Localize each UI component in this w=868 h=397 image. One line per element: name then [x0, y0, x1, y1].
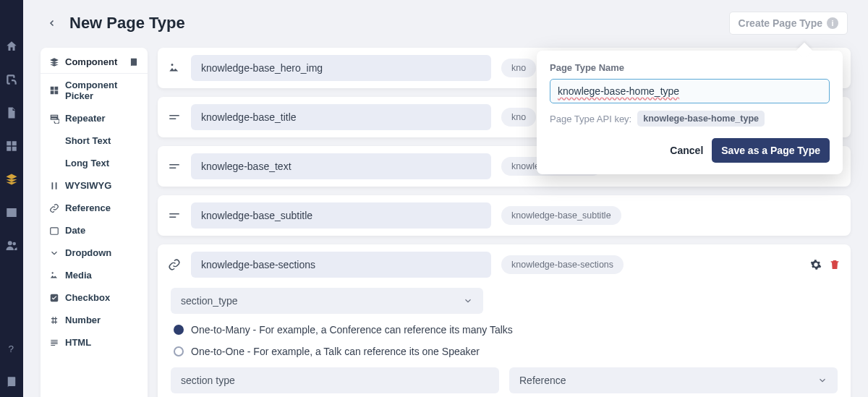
field-api-tag: kno: [501, 59, 536, 77]
section-type-dropdown[interactable]: Reference: [509, 367, 838, 393]
palette-item-short-text[interactable]: Short Text: [41, 129, 148, 152]
short-text-icon: [168, 160, 181, 173]
vertical-nav-rail: ?: [0, 0, 23, 397]
blog-icon[interactable]: [5, 73, 18, 86]
page-title: New Page Type: [69, 14, 185, 33]
palette-item-dropdown[interactable]: Dropdown: [41, 242, 148, 264]
chevron-down-icon: [817, 375, 827, 385]
popover-label: Page Type Name: [550, 62, 830, 73]
image-icon[interactable]: [5, 206, 18, 219]
gear-icon[interactable]: [810, 259, 822, 270]
field-api-tag: knowledge-base_subtitle: [501, 206, 621, 225]
radio-dot: [174, 346, 184, 357]
stack-icon[interactable]: [5, 173, 18, 186]
palette-item-long-text[interactable]: Long Text: [41, 152, 148, 174]
field-name-input[interactable]: knowledge-base_hero_img: [191, 55, 491, 81]
page-icon[interactable]: [5, 106, 18, 119]
radio-one-to-one[interactable]: One-to-One - For example, a Talk can ref…: [171, 346, 838, 357]
help-icon[interactable]: ?: [5, 342, 18, 355]
palette-item-media[interactable]: Media: [41, 264, 148, 286]
reference-section-card: knowledge-base-sections knowledge-base-s…: [158, 244, 851, 397]
back-button[interactable]: [43, 14, 61, 32]
chevron-down-icon: [463, 296, 473, 306]
save-page-type-button[interactable]: Save as a Page Type: [712, 138, 830, 163]
reference-icon: [168, 258, 181, 271]
palette-item-number[interactable]: Number: [41, 309, 148, 331]
page-type-name-input[interactable]: knowlege-base-home_type: [550, 79, 830, 103]
field-card: knowledge-base_subtitle knowledge-base_s…: [158, 195, 851, 236]
cancel-button[interactable]: Cancel: [670, 145, 703, 156]
create-page-type-button[interactable]: Create Page Type i: [729, 12, 848, 35]
field-api-tag: knowledge-base-sections: [501, 255, 624, 274]
media-icon: [168, 61, 181, 74]
book-small-icon[interactable]: [129, 57, 139, 67]
svg-rect-1: [51, 227, 59, 234]
palette-item-wysiwyg[interactable]: WYSIWYG: [41, 174, 148, 197]
trash-icon[interactable]: [829, 259, 841, 270]
radio-dot-selected: [174, 325, 184, 335]
palette-item-component-picker[interactable]: Component Picker: [41, 74, 148, 107]
layers-icon: [49, 57, 59, 67]
grid-icon[interactable]: [5, 140, 18, 153]
popover-api-value: knowlege-base-home_type: [637, 111, 765, 127]
short-text-icon: [168, 111, 181, 124]
component-label: Component: [65, 56, 117, 67]
section-type-select[interactable]: section_type: [171, 288, 483, 314]
radio-one-to-many[interactable]: One-to-Many - For example, a Conference …: [171, 324, 838, 336]
palette-item-repeater[interactable]: Repeater: [41, 107, 148, 129]
field-name-input[interactable]: knowlege-base_text: [191, 153, 491, 179]
svg-text:?: ?: [9, 343, 14, 354]
users-icon[interactable]: [5, 239, 18, 252]
page-type-name-popover: Page Type Name knowlege-base-home_type P…: [537, 51, 843, 174]
field-api-tag: kno: [501, 108, 536, 127]
home-icon[interactable]: [5, 40, 18, 53]
field-name-input[interactable]: knowledge-base_title: [191, 104, 491, 130]
popover-api-label: Page Type API key:: [550, 114, 631, 124]
section-label-input[interactable]: section type: [171, 367, 499, 393]
info-icon: i: [827, 17, 838, 29]
palette-item-html[interactable]: HTML: [41, 331, 148, 354]
component-palette: Component Component Picker Repeater Shor…: [41, 48, 148, 397]
palette-item-reference[interactable]: Reference: [41, 197, 148, 219]
field-name-input[interactable]: knowledge-base-sections: [191, 252, 491, 278]
create-page-type-label: Create Page Type: [739, 17, 822, 29]
palette-item-checkbox[interactable]: Checkbox: [41, 286, 148, 309]
book-icon[interactable]: [5, 375, 18, 388]
field-name-input[interactable]: knowledge-base_subtitle: [191, 202, 491, 229]
palette-item-date[interactable]: Date: [41, 219, 148, 242]
short-text-icon: [168, 209, 181, 222]
